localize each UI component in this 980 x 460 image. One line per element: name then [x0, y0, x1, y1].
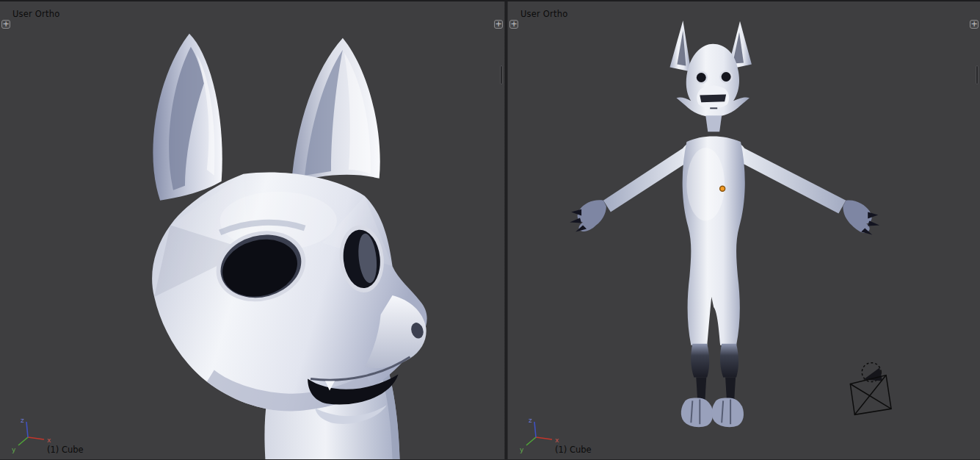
- shin-right: [720, 344, 738, 378]
- expand-region-icon[interactable]: +: [1, 20, 10, 29]
- region-scroll-handle[interactable]: [500, 65, 503, 85]
- axis-y-label: y: [520, 446, 524, 453]
- axis-y-line: [18, 437, 28, 445]
- muzzle-band: [700, 94, 726, 102]
- axis-z-line: [534, 422, 536, 437]
- fox-body-model[interactable]: [570, 21, 879, 427]
- chest-highlight: [686, 148, 725, 221]
- fox-head-model[interactable]: [152, 34, 427, 459]
- view-name-label: User Ortho: [520, 9, 567, 19]
- hand-right: [843, 200, 871, 232]
- axis-y-label: y: [12, 446, 16, 453]
- finger: [571, 209, 581, 216]
- axis-z-label: z: [529, 417, 532, 424]
- arm-left: [603, 145, 694, 212]
- blender-split-view: User Ortho + + x y z (1) Cube: [0, 0, 980, 460]
- axis-z-line: [26, 422, 28, 437]
- axis-x-label: x: [555, 436, 559, 444]
- viewport-3d-right[interactable]: User Ortho + + x y z (1) Cube: [508, 1, 980, 459]
- neck: [705, 115, 722, 132]
- paw-left: [681, 398, 713, 427]
- object-origin: [720, 186, 725, 191]
- view-name-label: User Ortho: [12, 9, 59, 19]
- active-object-label: (1) Cube: [555, 445, 592, 455]
- camera-cone-lines: [850, 375, 891, 415]
- shin-left: [691, 344, 709, 378]
- viewport-3d-left[interactable]: User Ortho + + x y z (1) Cube: [0, 1, 504, 459]
- eye-right: [722, 72, 731, 82]
- viewport-render-left: [0, 1, 504, 459]
- finger: [570, 218, 581, 223]
- axis-z-label: z: [21, 417, 24, 424]
- axis-x-label: x: [47, 436, 51, 444]
- camera-up-triangle: [863, 368, 882, 381]
- axis-x-line: [28, 437, 44, 439]
- viewport-render-right: [508, 1, 980, 459]
- expand-region-icon[interactable]: +: [970, 20, 979, 29]
- active-object-label: (1) Cube: [47, 445, 84, 455]
- axis-x-line: [536, 437, 552, 439]
- axis-y-line: [526, 437, 536, 445]
- eye-left: [697, 73, 706, 82]
- arm-right: [732, 145, 846, 214]
- paw-right: [712, 398, 744, 427]
- finger: [868, 212, 878, 219]
- region-scroll-handle[interactable]: [976, 65, 979, 85]
- camera-object[interactable]: [850, 363, 891, 415]
- expand-region-icon[interactable]: +: [494, 20, 503, 29]
- finger: [868, 221, 879, 226]
- expand-region-icon[interactable]: +: [509, 20, 518, 29]
